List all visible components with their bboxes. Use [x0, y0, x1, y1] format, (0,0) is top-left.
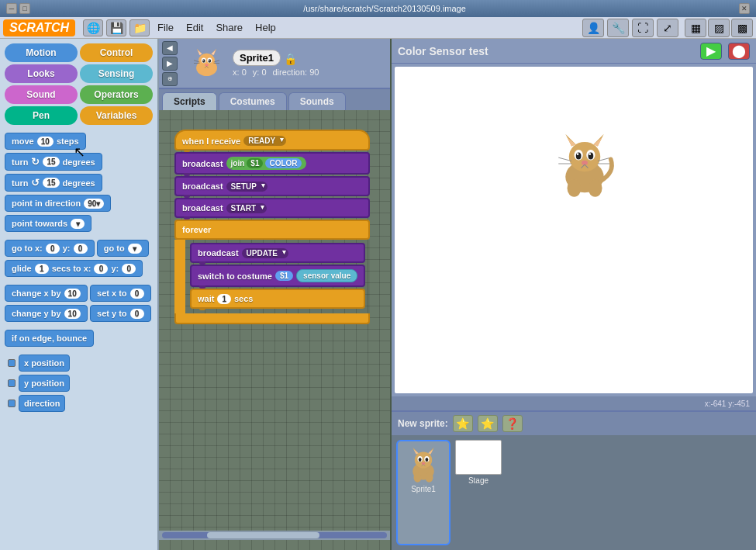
script-area: ◀ ▶ ⊕ — [159, 39, 392, 550]
sprites-list: Sprite1 Stage — [392, 435, 756, 550]
block-turn-ccw[interactable]: turn ↺ 15 degrees — [5, 174, 102, 192]
stage-item[interactable]: Stage — [455, 440, 502, 545]
expand-icon[interactable]: ⤢ — [657, 19, 678, 37]
stop-button[interactable]: ⬤ — [728, 43, 750, 60]
s1-val: $1 — [247, 158, 263, 168]
add-sprite-star[interactable]: ⭐ — [453, 415, 473, 432]
block-ypos[interactable]: y position — [19, 375, 70, 392]
layout1-icon[interactable]: ▦ — [685, 19, 706, 37]
stage-preview — [455, 440, 502, 475]
block-when-receive[interactable]: when I receive READY — [174, 130, 370, 150]
setup-dropdown[interactable]: SETUP — [226, 182, 268, 192]
check-xpos-box[interactable] — [8, 359, 16, 367]
update-dropdown[interactable]: UPDATE — [242, 248, 288, 258]
layout3-icon[interactable]: ▩ — [731, 19, 753, 37]
block-turn-cw[interactable]: turn ↻ 15 degrees — [5, 153, 102, 171]
script-scrollbar[interactable] — [159, 531, 390, 540]
titlebar-minimize[interactable]: ─ — [6, 3, 17, 14]
block-broadcast-join[interactable]: broadcast join $1 COLOR — [174, 152, 370, 175]
menu-file[interactable]: File — [151, 20, 180, 35]
sprite-coords: x: 0 y: 0 direction: 90 — [233, 67, 387, 77]
forever-body: broadcast UPDATE switch to costume $1 se… — [174, 240, 370, 313]
block-set-x[interactable]: set x to 0 — [90, 285, 151, 302]
play-button[interactable]: ▶ — [700, 43, 722, 60]
scrollbar-thumb[interactable] — [207, 532, 319, 538]
block-broadcast-setup[interactable]: broadcast SETUP — [174, 176, 370, 196]
check-dir-box[interactable] — [8, 400, 16, 407]
block-goto-xy[interactable]: go to x: 0 y: 0 — [5, 240, 95, 257]
cat-operators[interactable]: Operators — [80, 85, 153, 104]
block-point-dir[interactable]: point in direction 90▾ — [5, 195, 111, 212]
cat-pen[interactable]: Pen — [5, 106, 78, 125]
block-check-ypos[interactable]: y position — [5, 373, 153, 393]
stage-canvas[interactable] — [395, 67, 753, 393]
block-check-xpos[interactable]: x position — [5, 353, 153, 373]
titlebar-title: /usr/share/scratch/Scratch20130509.image — [303, 4, 466, 13]
block-forever[interactable]: forever — [174, 220, 370, 240]
add-sprite-question[interactable]: ❓ — [502, 415, 523, 432]
settings-icon[interactable]: 🔧 — [607, 19, 629, 37]
cat-looks[interactable]: Looks — [5, 64, 78, 83]
sprite-item-sprite1[interactable]: Sprite1 — [396, 440, 450, 545]
cat-variables[interactable]: Variables — [80, 106, 153, 125]
menu-help[interactable]: Help — [249, 20, 282, 35]
cat-control[interactable]: Control — [80, 43, 153, 62]
block-move[interactable]: move 10 steps — [5, 133, 86, 150]
scrollbar-track[interactable] — [162, 532, 387, 538]
block-xpos[interactable]: x position — [19, 355, 70, 372]
scratch-logo: SCRATCH — [3, 19, 75, 36]
script-canvas[interactable]: when I receive READY broadcast join $1 C… — [159, 110, 390, 531]
forever-container: forever broadcast UPDATE switch to costu… — [174, 220, 370, 324]
globe-icon[interactable]: 🌐 — [83, 19, 103, 36]
folder-icon[interactable]: 📁 — [129, 19, 150, 36]
layout2-icon[interactable]: ▨ — [708, 19, 730, 37]
s1b-val: $1 — [275, 271, 293, 281]
titlebar-maximize[interactable]: □ — [19, 3, 30, 14]
svg-point-28 — [589, 153, 591, 155]
nav-right[interactable]: ▶ — [162, 57, 178, 71]
block-check-dir[interactable]: direction — [5, 393, 153, 413]
start-dropdown[interactable]: START — [226, 203, 268, 213]
check-ypos-box[interactable] — [8, 379, 16, 387]
titlebar-close[interactable]: ✕ — [739, 3, 750, 14]
block-set-y[interactable]: set y to 0 — [90, 305, 151, 322]
cat-sound[interactable]: Sound — [5, 85, 78, 104]
block-wait[interactable]: wait 1 secs — [190, 289, 365, 309]
sprites-header: New sprite: ⭐ ⭐ ❓ — [392, 412, 756, 435]
person-icon[interactable]: 👤 — [582, 19, 604, 37]
block-change-x[interactable]: change x by 10 — [5, 285, 88, 302]
block-point-towards[interactable]: point towards ▾ — [5, 215, 91, 232]
block-broadcast-start[interactable]: broadcast START — [174, 198, 370, 218]
block-broadcast-update[interactable]: broadcast UPDATE — [190, 243, 365, 263]
menu-edit[interactable]: Edit — [180, 20, 209, 35]
menu-share[interactable]: Share — [209, 20, 249, 35]
nav-left[interactable]: ◀ — [162, 41, 178, 55]
block-direction[interactable]: direction — [19, 395, 65, 412]
svg-point-9 — [208, 59, 211, 63]
svg-marker-41 — [428, 449, 433, 454]
svg-point-11 — [209, 60, 210, 61]
block-bounce[interactable]: if on edge, bounce — [5, 330, 94, 347]
block-goto[interactable]: go to ▾ — [97, 240, 149, 257]
block-glide[interactable]: glide 1 secs to x: 0 y: 0 — [5, 260, 143, 277]
svg-marker-40 — [414, 449, 419, 454]
blocks-panel: Motion Control Looks Sensing Sound Opera… — [0, 39, 159, 550]
tab-scripts[interactable]: Scripts — [162, 92, 217, 110]
cat-sensing[interactable]: Sensing — [80, 64, 153, 83]
save-icon[interactable]: 💾 — [106, 19, 126, 36]
categories: Motion Control Looks Sensing Sound Opera… — [0, 39, 157, 126]
add-sprite-paint[interactable]: ⭐ — [478, 415, 498, 432]
sprite1-cat-icon — [404, 444, 443, 483]
nav-up[interactable]: ⊕ — [162, 72, 178, 86]
join-block[interactable]: join $1 COLOR — [226, 157, 306, 170]
tab-costumes[interactable]: Costumes — [219, 92, 287, 110]
block-switch-costume[interactable]: switch to costume $1 sensor value — [190, 265, 365, 287]
ready-dropdown[interactable]: READY — [243, 136, 286, 146]
fullscreen-icon[interactable]: ⛶ — [632, 19, 654, 37]
svg-point-45 — [426, 458, 429, 462]
svg-point-25 — [576, 152, 582, 159]
tab-sounds[interactable]: Sounds — [288, 92, 346, 110]
right-panel: Color Sensor test ▶ ⬤ — [392, 39, 756, 550]
cat-motion[interactable]: Motion — [5, 43, 78, 62]
block-change-y[interactable]: change y by 10 — [5, 305, 88, 322]
